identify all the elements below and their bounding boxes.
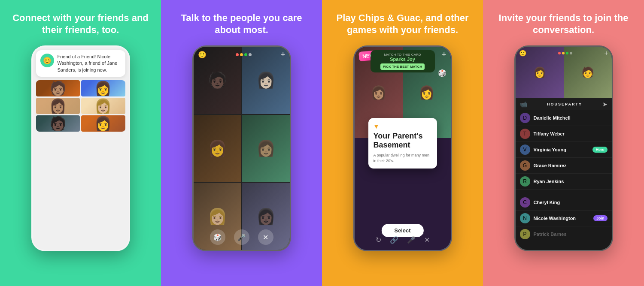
panel-4-title: Invite your friends to join the conversa… [491, 12, 636, 38]
contact-group-3: C Carolyn May Join [516, 247, 612, 250]
avatar-virginia: V [520, 145, 530, 155]
contact-name: Grace Ramirez [534, 163, 608, 168]
game-add-button[interactable]: + [442, 50, 447, 59]
hp-dot-white [570, 52, 572, 54]
hp-dot-red [558, 52, 561, 54]
contact-name: Nicole Washington [534, 216, 593, 221]
panel-games: Play Chips & Guac, and other games with … [322, 0, 483, 286]
hp-header: 📹 HOUSEPARTY ➤ [516, 98, 612, 110]
refresh-icon[interactable]: ↻ [376, 236, 381, 244]
separator-2 [516, 244, 612, 247]
dots-indicator [236, 53, 252, 56]
photo-cell-5: 🧑🏿 [36, 115, 80, 132]
dot-red [236, 53, 239, 56]
dice-icon[interactable]: 🎲 [210, 229, 225, 245]
join-badge-nicole[interactable]: Join [593, 215, 608, 221]
card-title: Your Parent's Basement [374, 132, 432, 150]
panel-connect: Connect with your friends and their frie… [0, 0, 161, 286]
contact-name: Patrick Barnes [534, 232, 608, 237]
game-bottom-controls: ↻ 🔗 🎤 ✕ [355, 236, 451, 244]
dot-green [244, 53, 247, 56]
photo-cell-4: 👩🏼 [81, 98, 125, 114]
avatar-tiffany: T [520, 129, 530, 139]
hp-dot-yellow [562, 52, 565, 54]
contact-name: Tiffany Weber [534, 131, 608, 136]
hp-add-button[interactable]: + [604, 49, 608, 57]
hp-dot-green [566, 52, 568, 54]
notification-text: Friend of a Friend! Nicole Washington, a… [58, 54, 121, 73]
close-icon-game[interactable]: ✕ [424, 236, 430, 244]
notification-bar: 😊 Friend of a Friend! Nicole Washington,… [36, 50, 125, 77]
swipe-hint: ◀ SWIPE BETWEEN CARDS ▶ [381, 232, 424, 235]
pick-best-match-button[interactable]: PICK THE BEST MATCH [380, 63, 425, 70]
avatar-patrick: P [520, 229, 530, 239]
match-label: MATCH TO THIS CARD [374, 53, 431, 57]
contact-name: Virginia Young [534, 147, 593, 152]
vc-cell-4: 👩🏽 [242, 115, 290, 182]
panel-1-title: Connect with your friends and their frie… [8, 12, 153, 38]
phone-2-top-bar: 🙂 + [194, 50, 290, 59]
vc-cell-3: 👩 [194, 115, 241, 182]
add-button[interactable]: + [281, 50, 286, 59]
contact-ryan-jenkins: R Ryan Jenkins [516, 174, 612, 190]
contact-danielle-mitchell: D Danielle Mitchell [516, 110, 612, 126]
hp-logo: HOUSEPARTY [527, 102, 602, 106]
avatar-nicole: N [520, 213, 530, 223]
separator-1 [516, 191, 612, 195]
hp-smiley-icon: 🙂 [519, 50, 526, 57]
contact-grace-ramirez: G Grace Ramirez [516, 158, 612, 174]
contact-carolyn-may: C Carolyn May Join [516, 247, 612, 250]
photo-cell-2: 👩 [81, 80, 125, 96]
avatar-danielle: D [520, 113, 530, 123]
panel-talk: Talk to the people you care about most. … [161, 0, 322, 286]
mic-icon-game[interactable]: 🎤 [407, 236, 416, 244]
avatar-ryan: R [520, 176, 530, 187]
hp-top-video: 👩 🧑 🙂 + [516, 47, 612, 98]
close-icon[interactable]: ✕ [258, 229, 273, 245]
contact-virginia-young: V Virginia Young Here [516, 142, 612, 158]
match-card: MATCH TO THIS CARD Sparks Joy PICK THE B… [371, 50, 435, 72]
dot-yellow [240, 53, 243, 56]
contact-cheryl-king: C Cheryl King [516, 195, 612, 211]
panel-2-title: Talk to the people you care about most. [169, 12, 314, 38]
game-card: ▼ Your Parent's Basement A popular dwell… [368, 118, 437, 169]
dot-white [249, 53, 252, 56]
mic-icon[interactable]: 🎤 [234, 229, 249, 245]
video-controls: 🎲 🎤 ✕ [194, 229, 290, 245]
avatar-grace: G [520, 160, 530, 171]
card-triangle-icon: ▼ [374, 123, 432, 130]
avatar-cheryl: C [520, 197, 530, 208]
hp-send-icon[interactable]: ➤ [602, 101, 608, 108]
hp-contact-list: D Danielle Mitchell T Tiffany Weber V Vi… [516, 110, 612, 250]
contact-nicole-washington: N Nicole Washington Join [516, 211, 612, 226]
photo-grid: 🧑🏽 👩 👩🏽 👩🏼 🧑🏿 👩 [36, 80, 125, 132]
hp-dots [558, 52, 572, 54]
hp-top-bar: 🙂 + [516, 49, 612, 57]
phone-mockup-2: 🙂 + 🧑🏿 👩🏻 👩 👩🏽 👩🏼 👩🏿 🎲 🎤 ✕ [192, 45, 291, 251]
contact-name: Cheryl King [534, 200, 608, 205]
share-icon[interactable]: 🔗 [390, 236, 398, 244]
phone-mockup-1: 😊 Friend of a Friend! Nicole Washington,… [31, 45, 130, 251]
video-grid: 🧑🏿 👩🏻 👩 👩🏽 👩🏼 👩🏿 [194, 47, 290, 250]
contact-name: Ryan Jenkins [534, 179, 608, 184]
contact-patrick-barnes: P Patrick Barnes [516, 226, 612, 242]
here-badge: Here [592, 147, 607, 153]
game-screen: 👩🏽 👩 NEW! MATCH TO THIS CARD Sparks Joy … [355, 47, 451, 250]
photo-cell-3: 👩🏽 [36, 98, 80, 114]
card-description: A popular dwelling for many men in their… [374, 153, 432, 163]
photo-cell-6: 👩 [81, 115, 125, 132]
smiley-icon: 🙂 [198, 51, 207, 59]
game-dice-icon[interactable]: 🎲 [438, 69, 447, 77]
match-title: Sparks Joy [374, 57, 431, 62]
phone-mockup-3: 👩🏽 👩 NEW! MATCH TO THIS CARD Sparks Joy … [353, 45, 452, 251]
contact-group-1: D Danielle Mitchell T Tiffany Weber V Vi… [516, 110, 612, 190]
contact-tiffany-weber: T Tiffany Weber [516, 126, 612, 142]
houseparty-screen: 👩 🧑 🙂 + 📹 HOUSEPARTY [516, 47, 612, 250]
notif-icon: 😊 [40, 54, 54, 67]
panel-3-title: Play Chips & Guac, and other games with … [330, 12, 475, 38]
contact-group-2: C Cheryl King N Nicole Washington Join P… [516, 195, 612, 242]
hp-video-icon: 📹 [520, 101, 527, 108]
contact-name: Danielle Mitchell [534, 115, 608, 120]
phone-mockup-4: 👩 🧑 🙂 + 📹 HOUSEPARTY [514, 45, 613, 251]
photo-cell-1: 🧑🏽 [36, 80, 80, 96]
